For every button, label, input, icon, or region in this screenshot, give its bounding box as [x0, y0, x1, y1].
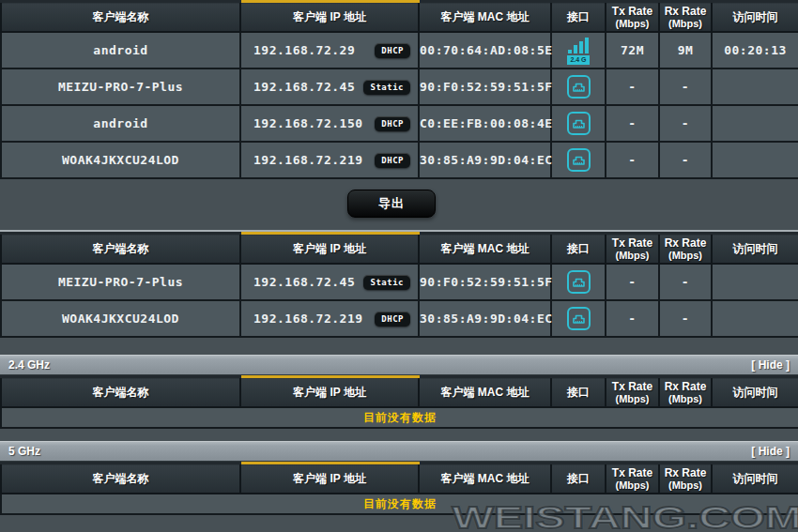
col-header-tx-rate[interactable]: Tx Rate(Mbps)	[606, 2, 659, 33]
col-header-interface[interactable]: 接口	[551, 377, 606, 408]
tx-rate-label: Tx Rate	[612, 5, 652, 18]
table-header-row: 客户端名称 客户端 IP 地址 客户端 MAC 地址 接口 Tx Rate(Mb…	[1, 377, 798, 408]
col-header-rx-rate[interactable]: Rx Rate(Mbps)	[659, 2, 712, 33]
col-header-access-time[interactable]: 访问时间	[712, 2, 798, 33]
rx-rate-unit: (Mbps)	[662, 18, 709, 29]
rx-rate-unit: (Mbps)	[662, 250, 709, 261]
client-mac-cell: 30:85:A9:9D:04:EC	[419, 142, 551, 178]
wired-clients-table: 客户端名称 客户端 IP 地址 客户端 MAC 地址 接口 Tx Rate(Mb…	[0, 232, 798, 338]
access-time-cell	[712, 68, 798, 105]
client-row[interactable]: WOAK4JKXCU24LOD 192.168.72.219DHCP 30:85…	[1, 300, 798, 337]
client-row[interactable]: android 192.168.72.29DHCP 00:70:64:AD:08…	[1, 32, 798, 68]
client-mac-cell: 90:F0:52:59:51:5F	[419, 264, 551, 300]
col-header-client-mac[interactable]: 客户端 MAC 地址	[419, 377, 551, 408]
client-mac-cell: C0:EE:FB:00:08:4E	[419, 105, 551, 142]
col-header-tx-rate[interactable]: Tx Rate(Mbps)	[606, 234, 659, 265]
all-clients-table: 客户端名称 客户端 IP 地址 客户端 MAC 地址 接口 Tx Rate(Mb…	[0, 0, 798, 179]
col-header-client-ip[interactable]: 客户端 IP 地址	[240, 234, 419, 265]
access-time-cell	[712, 264, 798, 300]
ip-value: 192.168.72.150	[253, 116, 363, 130]
tx-rate-unit: (Mbps)	[608, 393, 656, 404]
hide-toggle-link[interactable]: [ Hide ]	[751, 445, 790, 458]
col-header-client-ip[interactable]: 客户端 IP 地址	[240, 2, 419, 33]
no-data-message: 目前没有数据	[1, 407, 798, 428]
col-header-client-name[interactable]: 客户端名称	[1, 464, 240, 494]
rx-rate-label: Rx Rate	[665, 466, 707, 479]
col-header-client-name[interactable]: 客户端名称	[1, 234, 240, 265]
interface-cell	[551, 68, 606, 105]
ip-value: 192.168.72.219	[253, 312, 363, 326]
tx-rate-label: Tx Rate	[612, 236, 652, 250]
col-header-interface[interactable]: 接口	[551, 234, 606, 265]
client-ip-cell: 192.168.72.150DHCP	[240, 105, 419, 142]
tx-rate-unit: (Mbps)	[608, 18, 656, 29]
table-header-row: 客户端名称 客户端 IP 地址 客户端 MAC 地址 接口 Tx Rate(Mb…	[1, 2, 798, 33]
wifi-signal-2.4g-icon: 2.4 G	[567, 37, 589, 65]
ip-type-badge: DHCP	[375, 43, 410, 58]
rx-rate-cell: -	[659, 68, 712, 105]
tx-rate-cell: -	[606, 105, 659, 142]
client-name-cell: android	[1, 105, 240, 142]
col-header-client-mac[interactable]: 客户端 MAC 地址	[419, 2, 551, 33]
access-time-cell: 00:20:13	[712, 32, 798, 68]
client-name-cell: WOAK4JKXCU24LOD	[1, 142, 240, 178]
client-row[interactable]: WOAK4JKXCU24LOD 192.168.72.219DHCP 30:85…	[1, 142, 798, 178]
ip-type-badge: DHCP	[375, 116, 410, 131]
col-header-client-ip[interactable]: 客户端 IP 地址	[240, 464, 419, 494]
access-time-cell	[712, 300, 798, 337]
rx-rate-cell: -	[659, 264, 712, 300]
col-header-interface[interactable]: 接口	[551, 2, 606, 33]
col-header-rx-rate[interactable]: Rx Rate(Mbps)	[659, 234, 712, 265]
col-header-client-mac[interactable]: 客户端 MAC 地址	[419, 234, 551, 265]
client-name-cell: WOAK4JKXCU24LOD	[1, 300, 240, 337]
export-area: 导出	[0, 179, 798, 230]
col-header-client-mac[interactable]: 客户端 MAC 地址	[419, 464, 551, 494]
col-header-tx-rate[interactable]: Tx Rate(Mbps)	[606, 464, 659, 494]
rx-rate-cell: -	[659, 105, 712, 142]
col-header-interface[interactable]: 接口	[551, 464, 606, 494]
client-mac-cell: 90:F0:52:59:51:5F	[419, 68, 551, 105]
empty-row: 目前没有数据	[1, 407, 798, 428]
client-row[interactable]: MEIZU-PRO-7-Plus 192.168.72.45Static 90:…	[1, 68, 798, 105]
col-header-client-name[interactable]: 客户端名称	[1, 2, 240, 33]
wired-clients-table-wrap: 客户端名称 客户端 IP 地址 客户端 MAC 地址 接口 Tx Rate(Mb…	[0, 230, 798, 338]
rx-rate-unit: (Mbps)	[662, 479, 709, 491]
band-title: 5 GHz	[8, 445, 40, 458]
col-header-access-time[interactable]: 访问时间	[712, 377, 798, 408]
wired-lan-icon	[566, 306, 591, 331]
client-row[interactable]: android 192.168.72.150DHCP C0:EE:FB:00:0…	[1, 105, 798, 142]
client-name-cell: MEIZU-PRO-7-Plus	[1, 264, 240, 300]
col-header-client-name[interactable]: 客户端名称	[1, 377, 240, 408]
client-mac-cell: 00:70:64:AD:08:5E	[419, 32, 551, 68]
interface-cell	[551, 300, 606, 337]
hide-toggle-link[interactable]: [ Hide ]	[751, 358, 790, 372]
table-header-row: 客户端名称 客户端 IP 地址 客户端 MAC 地址 接口 Tx Rate(Mb…	[1, 464, 798, 494]
tx-rate-cell: -	[606, 300, 659, 337]
col-header-rx-rate[interactable]: Rx Rate(Mbps)	[659, 377, 712, 408]
col-header-tx-rate[interactable]: Tx Rate(Mbps)	[606, 377, 659, 408]
export-button[interactable]: 导出	[347, 190, 436, 218]
col-header-access-time[interactable]: 访问时间	[712, 234, 798, 265]
client-row[interactable]: MEIZU-PRO-7-Plus 192.168.72.45Static 90:…	[1, 264, 798, 300]
wired-lan-icon	[566, 147, 591, 173]
band-section-2g: 2.4 GHz [ Hide ] 客户端名称 客户端 IP 地址 客户端 MAC…	[0, 355, 798, 429]
signal-band-label: 2.4 G	[567, 55, 589, 65]
tx-rate-cell: -	[606, 68, 659, 105]
col-header-client-ip[interactable]: 客户端 IP 地址	[240, 377, 419, 408]
access-time-cell	[712, 142, 798, 178]
ip-value: 192.168.72.45	[253, 275, 355, 289]
col-header-rx-rate[interactable]: Rx Rate(Mbps)	[659, 464, 712, 494]
band-2g-table: 客户端名称 客户端 IP 地址 客户端 MAC 地址 接口 Tx Rate(Mb…	[0, 375, 798, 429]
ip-type-badge: Static	[363, 80, 410, 95]
signal-bars	[567, 37, 589, 53]
band-bar-5g: 5 GHz [ Hide ]	[0, 441, 798, 462]
tx-rate-unit: (Mbps)	[608, 250, 656, 261]
client-ip-cell: 192.168.72.219DHCP	[240, 142, 419, 178]
tx-rate-cell: -	[606, 264, 659, 300]
interface-cell	[551, 142, 606, 178]
col-header-access-time[interactable]: 访问时间	[712, 464, 798, 494]
rx-rate-label: Rx Rate	[665, 236, 707, 250]
tx-rate-cell: 72M	[606, 32, 659, 68]
wired-lan-icon	[566, 269, 591, 295]
rx-rate-cell: -	[659, 300, 712, 337]
